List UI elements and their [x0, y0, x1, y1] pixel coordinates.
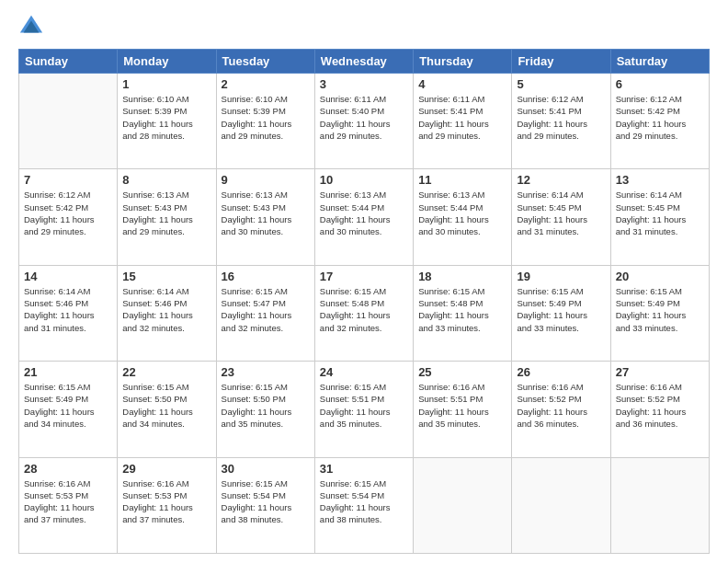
calendar-cell: 2Sunrise: 6:10 AMSunset: 5:39 PMDaylight…: [216, 74, 314, 169]
calendar-cell: 8Sunrise: 6:13 AMSunset: 5:43 PMDaylight…: [118, 169, 216, 265]
calendar-cell: 29Sunrise: 6:16 AMSunset: 5:53 PMDayligh…: [118, 457, 216, 553]
day-number: 2: [222, 77, 310, 91]
day-number: 30: [222, 462, 310, 476]
day-info: Sunrise: 6:16 AMSunset: 5:52 PMDaylight:…: [616, 381, 704, 430]
calendar-cell: 1Sunrise: 6:10 AMSunset: 5:39 PMDaylight…: [118, 74, 216, 169]
calendar-cell: 24Sunrise: 6:15 AMSunset: 5:51 PMDayligh…: [314, 362, 413, 457]
calendar-cell: 17Sunrise: 6:15 AMSunset: 5:48 PMDayligh…: [314, 265, 413, 361]
day-number: 25: [418, 365, 506, 379]
day-info: Sunrise: 6:14 AMSunset: 5:46 PMDaylight:…: [24, 285, 112, 334]
weekday-header: Monday: [118, 50, 216, 74]
calendar-cell: 27Sunrise: 6:16 AMSunset: 5:52 PMDayligh…: [610, 362, 709, 457]
day-info: Sunrise: 6:11 AMSunset: 5:40 PMDaylight:…: [320, 93, 408, 142]
day-number: 29: [122, 462, 210, 476]
calendar-week-row: 7Sunrise: 6:12 AMSunset: 5:42 PMDaylight…: [19, 169, 710, 265]
calendar-cell: 22Sunrise: 6:15 AMSunset: 5:50 PMDayligh…: [118, 362, 216, 457]
day-info: Sunrise: 6:16 AMSunset: 5:53 PMDaylight:…: [122, 477, 210, 526]
day-number: 20: [616, 270, 704, 283]
day-info: Sunrise: 6:14 AMSunset: 5:46 PMDaylight:…: [122, 285, 210, 334]
day-info: Sunrise: 6:15 AMSunset: 5:49 PMDaylight:…: [24, 381, 112, 430]
day-number: 12: [517, 173, 605, 187]
day-number: 31: [320, 462, 408, 476]
day-info: Sunrise: 6:15 AMSunset: 5:48 PMDaylight:…: [320, 285, 408, 334]
calendar-cell: 13Sunrise: 6:14 AMSunset: 5:45 PMDayligh…: [610, 169, 709, 265]
weekday-header: Tuesday: [216, 50, 314, 74]
day-info: Sunrise: 6:15 AMSunset: 5:51 PMDaylight:…: [320, 381, 408, 430]
day-info: Sunrise: 6:10 AMSunset: 5:39 PMDaylight:…: [222, 93, 310, 142]
day-info: Sunrise: 6:10 AMSunset: 5:39 PMDaylight:…: [122, 93, 210, 142]
calendar-cell: 26Sunrise: 6:16 AMSunset: 5:52 PMDayligh…: [512, 362, 610, 457]
day-number: 19: [517, 270, 605, 283]
day-info: Sunrise: 6:16 AMSunset: 5:51 PMDaylight:…: [418, 381, 506, 430]
calendar-table: SundayMondayTuesdayWednesdayThursdayFrid…: [18, 49, 710, 554]
day-info: Sunrise: 6:12 AMSunset: 5:42 PMDaylight:…: [24, 189, 112, 237]
calendar-cell: 11Sunrise: 6:13 AMSunset: 5:44 PMDayligh…: [414, 169, 512, 265]
day-info: Sunrise: 6:14 AMSunset: 5:45 PMDaylight:…: [517, 189, 605, 237]
day-info: Sunrise: 6:15 AMSunset: 5:54 PMDaylight:…: [222, 477, 310, 526]
weekday-header: Sunday: [19, 50, 118, 74]
day-number: 14: [24, 270, 112, 283]
calendar-cell: 6Sunrise: 6:12 AMSunset: 5:42 PMDaylight…: [610, 74, 709, 169]
day-info: Sunrise: 6:15 AMSunset: 5:49 PMDaylight:…: [517, 285, 605, 334]
day-info: Sunrise: 6:15 AMSunset: 5:50 PMDaylight:…: [122, 381, 210, 430]
day-number: 13: [616, 173, 704, 187]
day-info: Sunrise: 6:16 AMSunset: 5:53 PMDaylight:…: [24, 477, 112, 526]
calendar-cell: 28Sunrise: 6:16 AMSunset: 5:53 PMDayligh…: [19, 457, 118, 553]
calendar-cell: 16Sunrise: 6:15 AMSunset: 5:47 PMDayligh…: [216, 265, 314, 361]
day-number: 17: [320, 270, 408, 283]
day-number: 15: [122, 270, 210, 283]
calendar-cell: 25Sunrise: 6:16 AMSunset: 5:51 PMDayligh…: [414, 362, 512, 457]
calendar-cell: 7Sunrise: 6:12 AMSunset: 5:42 PMDaylight…: [19, 169, 118, 265]
calendar-week-row: 28Sunrise: 6:16 AMSunset: 5:53 PMDayligh…: [19, 457, 710, 553]
calendar-cell: 12Sunrise: 6:14 AMSunset: 5:45 PMDayligh…: [512, 169, 610, 265]
calendar-cell: 15Sunrise: 6:14 AMSunset: 5:46 PMDayligh…: [118, 265, 216, 361]
day-info: Sunrise: 6:12 AMSunset: 5:41 PMDaylight:…: [517, 93, 605, 142]
day-number: 9: [222, 173, 310, 187]
day-info: Sunrise: 6:13 AMSunset: 5:43 PMDaylight:…: [222, 189, 310, 237]
calendar-cell: 18Sunrise: 6:15 AMSunset: 5:48 PMDayligh…: [414, 265, 512, 361]
day-info: Sunrise: 6:11 AMSunset: 5:41 PMDaylight:…: [418, 93, 506, 142]
day-number: 4: [418, 77, 506, 91]
calendar-cell: 10Sunrise: 6:13 AMSunset: 5:44 PMDayligh…: [314, 169, 413, 265]
calendar-week-row: 21Sunrise: 6:15 AMSunset: 5:49 PMDayligh…: [19, 362, 710, 457]
page: SundayMondayTuesdayWednesdayThursdayFrid…: [0, 0, 728, 563]
day-number: 3: [320, 77, 408, 91]
calendar-cell: 31Sunrise: 6:15 AMSunset: 5:54 PMDayligh…: [314, 457, 413, 553]
day-number: 11: [418, 173, 506, 187]
weekday-header: Thursday: [414, 50, 512, 74]
logo: [18, 14, 48, 40]
calendar-cell: 3Sunrise: 6:11 AMSunset: 5:40 PMDaylight…: [314, 74, 413, 169]
day-number: 28: [24, 462, 112, 476]
day-info: Sunrise: 6:14 AMSunset: 5:45 PMDaylight:…: [616, 189, 704, 237]
day-info: Sunrise: 6:15 AMSunset: 5:54 PMDaylight:…: [320, 477, 408, 526]
day-number: 6: [616, 77, 704, 91]
calendar-cell: 5Sunrise: 6:12 AMSunset: 5:41 PMDaylight…: [512, 74, 610, 169]
calendar-cell: 4Sunrise: 6:11 AMSunset: 5:41 PMDaylight…: [414, 74, 512, 169]
day-number: 5: [517, 77, 605, 91]
day-number: 23: [222, 365, 310, 379]
day-info: Sunrise: 6:15 AMSunset: 5:49 PMDaylight:…: [616, 285, 704, 334]
calendar-cell: 21Sunrise: 6:15 AMSunset: 5:49 PMDayligh…: [19, 362, 118, 457]
calendar-week-row: 1Sunrise: 6:10 AMSunset: 5:39 PMDaylight…: [19, 74, 710, 169]
day-number: 24: [320, 365, 408, 379]
calendar-cell: [414, 457, 512, 553]
calendar-cell: 30Sunrise: 6:15 AMSunset: 5:54 PMDayligh…: [216, 457, 314, 553]
day-number: 8: [122, 173, 210, 187]
day-info: Sunrise: 6:15 AMSunset: 5:47 PMDaylight:…: [222, 285, 310, 334]
calendar-cell: 14Sunrise: 6:14 AMSunset: 5:46 PMDayligh…: [19, 265, 118, 361]
day-number: 21: [24, 365, 112, 379]
weekday-header: Friday: [512, 50, 610, 74]
day-number: 10: [320, 173, 408, 187]
calendar-cell: 9Sunrise: 6:13 AMSunset: 5:43 PMDaylight…: [216, 169, 314, 265]
day-info: Sunrise: 6:16 AMSunset: 5:52 PMDaylight:…: [517, 381, 605, 430]
day-number: 7: [24, 173, 112, 187]
weekday-header: Wednesday: [314, 50, 413, 74]
day-number: 26: [517, 365, 605, 379]
day-number: 22: [122, 365, 210, 379]
logo-icon: [18, 14, 44, 40]
calendar-cell: [610, 457, 709, 553]
day-info: Sunrise: 6:15 AMSunset: 5:50 PMDaylight:…: [222, 381, 310, 430]
day-info: Sunrise: 6:13 AMSunset: 5:44 PMDaylight:…: [418, 189, 506, 237]
calendar-cell: [512, 457, 610, 553]
calendar-header-row: SundayMondayTuesdayWednesdayThursdayFrid…: [19, 50, 710, 74]
